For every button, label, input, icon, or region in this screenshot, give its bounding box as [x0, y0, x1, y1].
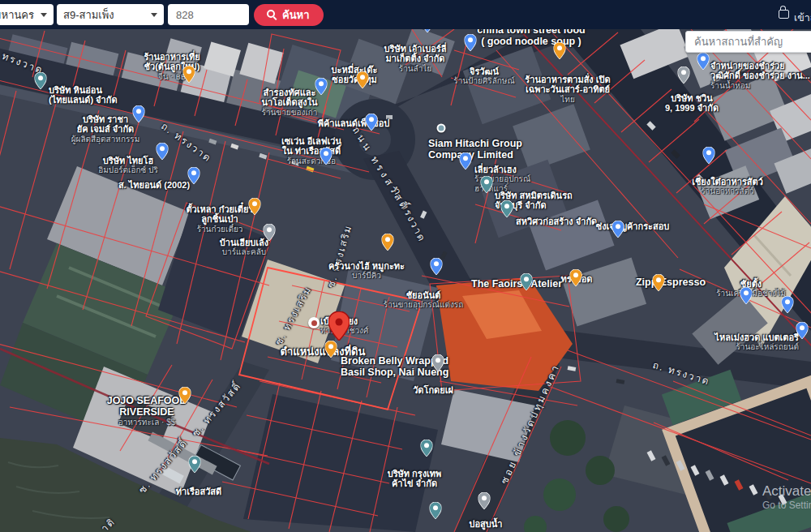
- poi-pin-dot[interactable]: [437, 124, 446, 133]
- province-select[interactable]: กรุงเทพมหานคร: [0, 4, 54, 25]
- poi-pin-shop[interactable]: [460, 152, 472, 173]
- pin-icon: [678, 66, 690, 84]
- poi-pin-shop[interactable]: [740, 287, 753, 307]
- poi-pin-shop[interactable]: [796, 322, 809, 342]
- poi-pin-food[interactable]: [357, 71, 369, 92]
- pin-icon: [315, 78, 328, 95]
- pin-icon: [189, 456, 201, 473]
- poi-pin-food[interactable]: [382, 234, 394, 254]
- pin-icon: [478, 492, 491, 509]
- poi-pin-shop[interactable]: [465, 34, 477, 54]
- pin-icon: [382, 234, 394, 251]
- pin-icon: [430, 502, 442, 519]
- pin-icon: [570, 269, 582, 286]
- map-canvas[interactable]: ถ. ทรงวาดถ. ทรงวาดถ. ทรงวาดถ. ทรงวาดถนน …: [0, 0, 811, 532]
- poi-pin-pier[interactable]: [189, 456, 201, 476]
- poi-pin-biz[interactable]: [35, 72, 47, 92]
- pin-icon: [612, 221, 624, 238]
- poi-pin-post[interactable]: [308, 317, 320, 328]
- pin-icon: [320, 148, 333, 165]
- map-sheet-select-value: ส9-สามเพ็ง: [63, 6, 114, 24]
- poi-pin-food[interactable]: [554, 42, 566, 62]
- pin-icon: [460, 152, 472, 169]
- map-search-input[interactable]: [685, 31, 811, 53]
- poi-pin-shop[interactable]: [133, 105, 145, 126]
- red-marker-icon: [328, 311, 350, 341]
- poi-pin-shop[interactable]: [431, 258, 443, 278]
- poi-pin-lodging[interactable]: [264, 224, 276, 244]
- top-navbar: กรุงเทพมหานคร ส9-สามเพ็ง ค้นหา เข้าสู่ระ…: [0, 0, 811, 29]
- poi-pin-shop[interactable]: [315, 78, 328, 98]
- poi-pin-shop[interactable]: [366, 114, 378, 134]
- poi-pin-gray[interactable]: [432, 354, 444, 375]
- pin-icon: [796, 322, 809, 339]
- pin-icon: [653, 274, 665, 291]
- lock-icon: [779, 10, 789, 19]
- app-window: ถ. ทรงวาดถ. ทรงวาดถ. ทรงวาดถ. ทรงวาดถนน …: [0, 0, 811, 532]
- pin-icon: [264, 224, 276, 241]
- poi-pin-shop[interactable]: [612, 221, 624, 241]
- dot-pin-icon: [437, 124, 446, 133]
- pin-icon: [554, 42, 566, 59]
- pin-icon: [183, 66, 195, 83]
- pin-icon: [421, 440, 433, 457]
- poi-pin-biz[interactable]: [481, 176, 493, 196]
- pin-icon: [179, 387, 191, 404]
- login-link[interactable]: เข้าสู่ระบบ: [779, 7, 811, 26]
- pin-icon: [357, 71, 369, 88]
- pin-icon: [703, 147, 715, 164]
- parcel-number-input[interactable]: [168, 4, 249, 25]
- poi-pin-gray[interactable]: [478, 492, 491, 513]
- poi-pin-shop[interactable]: [782, 296, 794, 316]
- pin-icon: [188, 167, 200, 184]
- poi-pin-food[interactable]: [249, 198, 261, 218]
- poi-pin-marker[interactable]: [328, 311, 350, 344]
- pin-icon: [481, 176, 493, 193]
- pin-icon: [465, 34, 477, 51]
- poi-pin-gray[interactable]: [678, 66, 690, 87]
- pin-icon: [740, 287, 753, 304]
- pin-icon: [157, 143, 169, 160]
- poi-pin-shop[interactable]: [157, 143, 169, 163]
- poi-pin-biz[interactable]: [430, 502, 442, 522]
- poi-pin-shop[interactable]: [697, 53, 710, 73]
- poi-pin-biz[interactable]: [501, 200, 513, 221]
- poi-pin-food[interactable]: [570, 269, 582, 290]
- poi-pin-shop[interactable]: [320, 148, 333, 168]
- pin-icon: [782, 296, 794, 313]
- pin-icon: [697, 53, 710, 70]
- pin-icon: [431, 258, 443, 275]
- map-sheet-select[interactable]: ส9-สามเพ็ง: [57, 4, 164, 25]
- poi-pin-shop[interactable]: [703, 147, 715, 167]
- poi-pin-biz[interactable]: [421, 440, 433, 460]
- post-office-icon: [308, 317, 320, 328]
- pin-icon: [521, 273, 533, 290]
- pin-icon: [133, 105, 145, 122]
- poi-pin-cafe[interactable]: [653, 274, 665, 294]
- login-label: เข้าสู่ระบบ: [794, 10, 811, 26]
- pin-icon: [501, 200, 513, 217]
- search-button[interactable]: ค้นหา: [254, 4, 324, 26]
- pin-icon: [366, 114, 378, 131]
- chevron-down-icon: [41, 13, 47, 17]
- pin-icon: [432, 354, 444, 371]
- poi-pin-biz[interactable]: [521, 273, 533, 294]
- province-select-value: กรุงเทพมหานคร: [0, 6, 34, 24]
- search-icon: [267, 10, 277, 20]
- pin-icon: [35, 72, 47, 89]
- chevron-down-icon: [151, 13, 157, 17]
- pin-icon: [249, 198, 261, 215]
- poi-pin-food[interactable]: [179, 387, 191, 407]
- poi-pin-food[interactable]: [183, 66, 195, 86]
- search-button-label: ค้นหา: [282, 6, 309, 24]
- poi-pin-shop[interactable]: [188, 167, 200, 187]
